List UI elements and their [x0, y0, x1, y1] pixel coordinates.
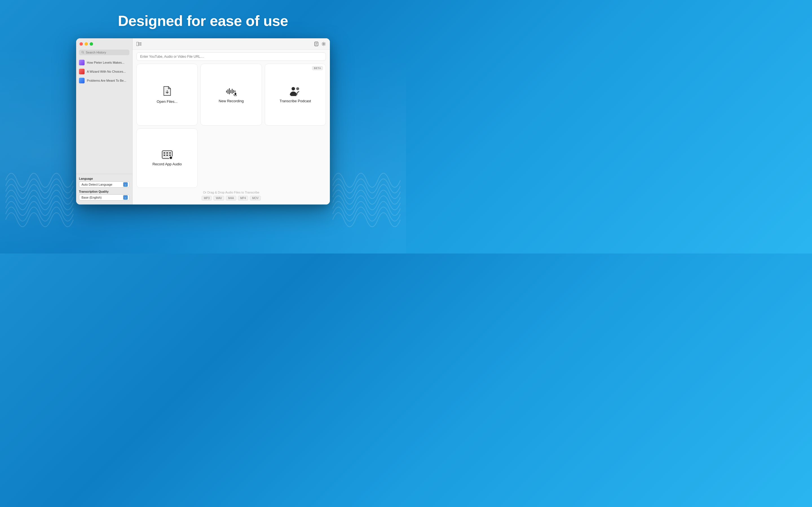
beta-badge: BETA [312, 66, 323, 70]
record-app-audio-icon [161, 150, 173, 159]
drag-drop-text: Or Drag & Drop Audio Files to Transcribe [137, 191, 326, 194]
svg-rect-27 [166, 152, 168, 154]
svg-point-23 [296, 88, 299, 90]
language-select[interactable]: Auto Detect LanguageEnglishSpanishFrench… [79, 181, 130, 187]
svg-rect-10 [226, 91, 227, 93]
svg-point-9 [323, 43, 324, 45]
history-item-3[interactable]: Problems Are Meant To Be... [76, 76, 132, 85]
open-files-icon [162, 86, 172, 97]
header-left [137, 42, 142, 46]
format-mp4: MP4 [238, 196, 248, 201]
svg-rect-28 [166, 155, 168, 156]
wave-decoration-right [330, 135, 403, 248]
quality-select-wrapper: Base (English)SmallMediumLarge [79, 194, 130, 201]
format-wav: WAV [213, 196, 224, 201]
language-label: Language [79, 177, 130, 180]
main-footer: Or Drag & Drop Audio Files to Transcribe… [133, 188, 330, 205]
file-formats: MP3 WAV M4A MP4 MOV [137, 196, 326, 201]
history-item-2[interactable]: A Wizard With No Choices... [76, 67, 132, 76]
svg-rect-25 [163, 152, 165, 154]
minimize-button[interactable] [85, 42, 88, 46]
app-window: How Pieter Levels Makes... A Wizard With… [76, 38, 330, 205]
titlebar [76, 38, 132, 50]
transcribe-podcast-card[interactable]: BETA [265, 64, 326, 126]
svg-rect-3 [139, 44, 142, 44]
wave-decoration-left [3, 135, 76, 248]
notes-icon [314, 42, 319, 46]
notes-button[interactable] [314, 42, 319, 46]
transcribe-podcast-label: Transcribe Podcast [280, 99, 311, 103]
record-app-audio-label: Record App Audio [153, 162, 182, 166]
search-bar[interactable] [79, 50, 130, 55]
main-content: Open Files... [133, 38, 330, 205]
page-headline: Designed for ease of use [118, 12, 288, 29]
history-thumb-1 [79, 60, 85, 65]
action-cards-grid: Open Files... [133, 64, 330, 188]
format-m4a: M4A [226, 196, 236, 201]
transcribe-podcast-icon [289, 86, 301, 96]
svg-rect-2 [139, 43, 142, 43]
quality-select[interactable]: Base (English)SmallMediumLarge [79, 194, 130, 201]
sidebar: How Pieter Levels Makes... A Wizard With… [76, 38, 133, 205]
sidebar-toggle-button[interactable] [137, 42, 142, 46]
history-thumb-2 [79, 69, 85, 74]
history-item-label-3: Problems Are Meant To Be... [87, 79, 126, 82]
svg-rect-18 [235, 93, 236, 95]
search-icon [81, 51, 85, 54]
open-files-label: Open Files... [157, 100, 177, 104]
svg-point-22 [292, 87, 295, 91]
language-select-wrapper: Auto Detect LanguageEnglishSpanishFrench… [79, 181, 130, 187]
format-mp3: MP3 [202, 196, 212, 201]
maximize-button[interactable] [90, 42, 93, 46]
history-item-label-1: How Pieter Levels Makes... [87, 61, 124, 64]
svg-rect-4 [139, 45, 142, 45]
url-bar [137, 52, 326, 61]
svg-point-32 [169, 156, 172, 159]
svg-rect-26 [163, 155, 165, 156]
history-item-label-2: A Wizard With No Choices... [87, 70, 126, 73]
svg-rect-13 [231, 90, 231, 93]
format-mov: MOV [250, 196, 261, 201]
svg-rect-12 [229, 88, 230, 94]
sidebar-bottom: Language Auto Detect LanguageEnglishSpan… [76, 174, 132, 205]
svg-rect-11 [227, 89, 229, 94]
close-button[interactable] [80, 42, 83, 46]
history-list: How Pieter Levels Makes... A Wizard With… [76, 58, 132, 174]
svg-rect-14 [232, 89, 233, 94]
url-input[interactable] [137, 52, 326, 61]
settings-button[interactable] [321, 42, 326, 46]
main-header [133, 38, 330, 50]
history-item-1[interactable]: How Pieter Levels Makes... [76, 58, 132, 67]
header-icons [314, 42, 326, 46]
quality-label: Transcription Quality [79, 190, 130, 193]
svg-rect-29 [169, 152, 171, 154]
open-files-card[interactable]: Open Files... [137, 64, 198, 126]
search-input[interactable] [86, 51, 127, 54]
svg-point-0 [82, 51, 84, 53]
sidebar-toggle-icon [137, 42, 142, 46]
new-recording-icon [225, 86, 237, 96]
settings-icon [321, 42, 326, 46]
history-thumb-3 [79, 78, 85, 83]
svg-rect-30 [169, 155, 171, 156]
svg-rect-1 [137, 42, 139, 46]
record-app-audio-card[interactable]: Record App Audio [137, 128, 198, 188]
new-recording-label: New Recording [219, 99, 244, 103]
new-recording-card[interactable]: New Recording [200, 64, 262, 126]
